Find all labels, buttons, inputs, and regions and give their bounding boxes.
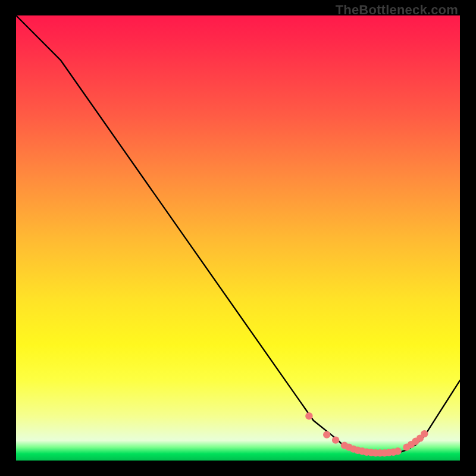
chart-stage: TheBottleneck.com: [0, 0, 476, 476]
marker-dot: [332, 436, 339, 443]
curve-path: [16, 15, 460, 455]
marker-dot: [421, 430, 428, 437]
marker-dot: [323, 431, 330, 438]
marker-dot: [305, 412, 312, 419]
chart-overlay: [16, 15, 460, 461]
marker-dot: [394, 447, 401, 455]
marker-group: [305, 412, 428, 457]
